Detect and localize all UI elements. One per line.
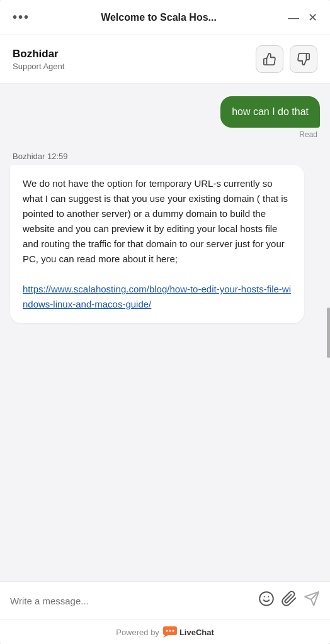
agent-info: Bozhidar Support Agent — [13, 48, 64, 71]
agent-header: Bozhidar Support Agent — [0, 35, 330, 84]
agent-message-text: We do not have the option for temporary … — [23, 178, 288, 264]
agent-timestamp: Bozhidar 12:59 — [10, 152, 320, 161]
window-title: Welcome to Scala Hos... — [30, 12, 288, 23]
user-message-container: how can I do that Read — [10, 96, 320, 139]
livechat-logo-icon — [163, 626, 177, 638]
user-bubble: how can I do that — [220, 96, 320, 128]
menu-dots[interactable]: ••• — [13, 10, 30, 25]
chat-window: ••• Welcome to Scala Hos... — ✕ Bozhidar… — [0, 0, 330, 644]
scroll-indicator — [327, 308, 330, 358]
minimize-button[interactable]: — — [288, 12, 299, 23]
agent-actions — [256, 45, 317, 73]
emoji-button[interactable] — [258, 591, 275, 611]
input-area — [0, 581, 330, 619]
livechat-logo: LiveChat — [163, 626, 214, 638]
title-bar: ••• Welcome to Scala Hos... — ✕ — [0, 0, 330, 35]
agent-name: Bozhidar — [13, 48, 64, 60]
chat-area: how can I do that Read Bozhidar 12:59 We… — [0, 84, 330, 581]
agent-message-timestamp: Bozhidar 12:59 We do not have the option… — [10, 147, 320, 323]
footer: Powered by LiveChat — [0, 619, 330, 644]
thumbs-down-button[interactable] — [290, 45, 317, 73]
attach-button[interactable] — [281, 591, 297, 611]
svg-marker-6 — [163, 635, 168, 638]
svg-point-7 — [166, 630, 168, 632]
powered-by-text: Powered by — [116, 628, 159, 637]
send-button[interactable] — [304, 591, 320, 611]
read-status: Read — [299, 130, 317, 139]
agent-role: Support Agent — [13, 62, 64, 71]
svg-point-0 — [259, 592, 273, 606]
livechat-brand-text: LiveChat — [179, 628, 214, 637]
svg-point-8 — [169, 630, 171, 632]
svg-point-9 — [172, 630, 174, 632]
message-input[interactable] — [10, 593, 252, 609]
agent-bubble: We do not have the option for temporary … — [10, 165, 304, 323]
window-controls: — ✕ — [288, 12, 317, 23]
thumbs-up-button[interactable] — [256, 45, 283, 73]
agent-message-link[interactable]: https://www.scalahosting.com/blog/how-to… — [23, 284, 291, 309]
close-button[interactable]: ✕ — [308, 12, 317, 23]
